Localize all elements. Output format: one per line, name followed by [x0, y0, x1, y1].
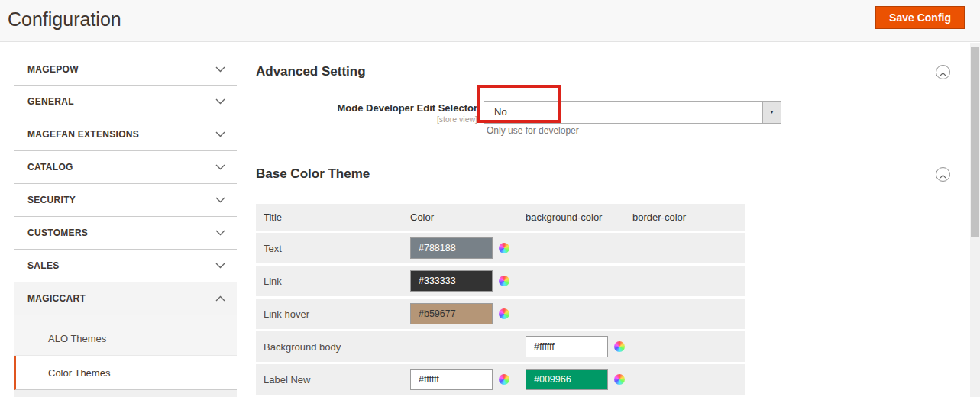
table-row: Link hover [256, 299, 745, 329]
sidebar-item-label: ALO Themes [48, 333, 106, 344]
configuration-page: Configuration Save Config MAGEPOWGENERAL… [0, 0, 980, 397]
color-theme-table: Title Color background-color border-colo… [256, 204, 745, 397]
color-table-body: TextLinkLink hoverBackground bodyLabel N… [256, 233, 745, 395]
sidebar-submenu-overflow [14, 390, 237, 397]
row-title: Background body [256, 341, 401, 353]
color-input[interactable] [410, 303, 493, 324]
collapse-section-button[interactable] [936, 167, 950, 182]
sidebar-group-label: MAGEPOW [27, 64, 79, 75]
advanced-setting-title: Advanced Setting [256, 64, 366, 79]
save-config-button[interactable]: Save Config [875, 6, 965, 29]
color-picker-icon[interactable] [499, 276, 509, 286]
field-label: Mode Developer Edit Selector [256, 102, 477, 114]
sidebar-group-sales[interactable]: SALES [14, 250, 237, 282]
color-picker-icon[interactable] [499, 308, 509, 319]
sidebar-group-label: GENERAL [27, 96, 74, 107]
collapse-section-button[interactable] [936, 65, 950, 79]
base-color-theme-title: Base Color Theme [256, 166, 370, 182]
section-divider [256, 150, 956, 150]
sidebar-group-label: CATALOG [27, 162, 73, 173]
chevron-up-icon [940, 168, 946, 182]
column-header: Color [401, 211, 519, 223]
chevron-down-icon [215, 131, 225, 137]
background-color-input[interactable] [526, 369, 608, 390]
sidebar-group-label: SALES [27, 260, 60, 271]
column-header: border-color [626, 211, 745, 223]
row-title: Link [256, 276, 401, 287]
table-row: Background body [256, 331, 745, 362]
row-title: Label New [256, 374, 401, 386]
field-hint: Only use for developer [487, 125, 579, 136]
page-header: Configuration Save Config [0, 0, 980, 42]
scrollbar-thumb[interactable] [971, 47, 979, 237]
sidebar-group-label: CUSTOMERS [27, 228, 88, 238]
chevron-down-icon [215, 66, 225, 73]
sidebar-group-magiccart[interactable]: MAGICCART [14, 282, 237, 315]
sidebar-group-general[interactable]: GENERAL [14, 86, 237, 118]
column-header: background-color [519, 211, 626, 223]
sidebar-group-security[interactable]: SECURITY [14, 184, 237, 217]
sidebar-item-alo-themes[interactable]: ALO Themes [14, 321, 237, 356]
sidebar-group-catalog[interactable]: CATALOG [14, 151, 237, 184]
color-input[interactable] [410, 237, 493, 259]
color-input[interactable] [410, 270, 493, 292]
sidebar-group-customers[interactable]: CUSTOMERS [14, 217, 237, 250]
config-sidebar: MAGEPOWGENERALMAGEFAN EXTENSIONSCATALOGS… [14, 53, 237, 397]
sidebar-groups: MAGEPOWGENERALMAGEFAN EXTENSIONSCATALOGS… [14, 53, 237, 315]
table-header-row: Title Color background-color border-colo… [256, 204, 745, 231]
scrollbar-track[interactable] [970, 43, 980, 397]
column-header: Title [256, 211, 401, 223]
sidebar-item-color-themes[interactable]: Color Themes [14, 356, 237, 390]
row-title: Link hover [256, 308, 401, 320]
chevron-down-icon [215, 164, 225, 170]
chevron-up-icon [215, 295, 225, 302]
row-title: Text [256, 243, 401, 254]
sidebar-group-label: MAGEFAN EXTENSIONS [27, 129, 139, 140]
table-row: Text [256, 233, 745, 263]
chevron-down-icon [215, 263, 225, 269]
color-picker-icon[interactable] [614, 341, 625, 352]
select-dropdown-arrow-icon: ▼ [762, 102, 781, 123]
chevron-down-icon [215, 98, 225, 105]
color-picker-icon[interactable] [614, 374, 625, 385]
field-scope-label: [store view] [256, 115, 477, 124]
color-picker-icon[interactable] [499, 374, 509, 385]
mode-developer-select[interactable]: No ▼ [484, 101, 781, 124]
color-input[interactable] [410, 369, 493, 390]
chevron-up-icon [940, 66, 946, 79]
table-row: Link [256, 266, 745, 296]
chevron-down-icon [215, 197, 225, 203]
background-color-input[interactable] [526, 336, 608, 357]
sidebar-item-label: Color Themes [48, 367, 110, 379]
chevron-down-icon [215, 230, 225, 236]
sidebar-group-label: MAGICCART [27, 293, 86, 304]
select-value: No [494, 106, 507, 118]
color-picker-icon[interactable] [499, 243, 509, 253]
sidebar-group-label: SECURITY [27, 195, 76, 205]
table-row: Label New [256, 364, 745, 395]
sidebar-group-magefan-extensions[interactable]: MAGEFAN EXTENSIONS [14, 118, 237, 151]
sidebar-group-magepow[interactable]: MAGEPOW [14, 53, 237, 86]
page-title: Configuration [8, 8, 121, 31]
field-label-block: Mode Developer Edit Selector [store view… [256, 102, 477, 124]
sidebar-submenu: ALO Themes Color Themes [14, 315, 237, 397]
